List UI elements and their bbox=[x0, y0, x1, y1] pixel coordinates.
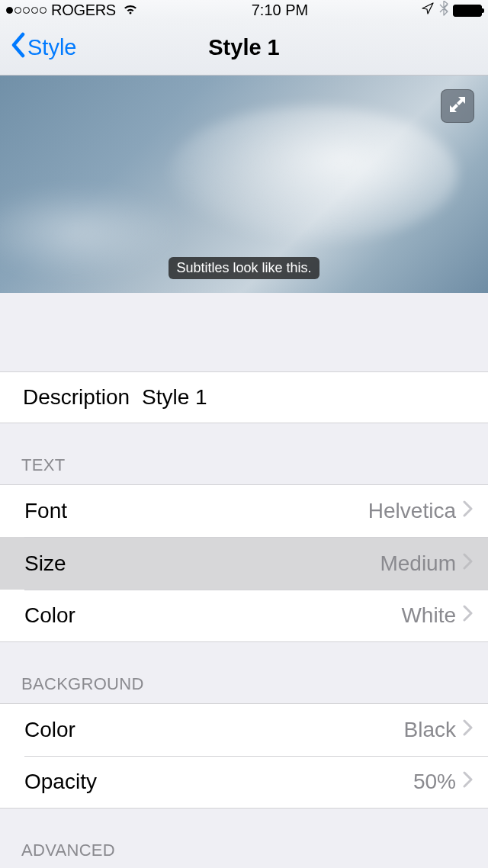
font-value: Helvetica bbox=[368, 499, 456, 523]
text-color-label: Color bbox=[24, 603, 75, 628]
description-label: Description bbox=[23, 385, 130, 410]
status-time: 7:10 PM bbox=[139, 2, 421, 19]
battery-icon bbox=[453, 5, 482, 17]
subtitle-sample: Subtitles look like this. bbox=[169, 257, 319, 279]
description-input[interactable] bbox=[142, 385, 465, 410]
chevron-right-icon bbox=[462, 551, 473, 576]
signal-strength bbox=[6, 7, 47, 14]
expand-button[interactable] bbox=[441, 89, 474, 123]
bluetooth-icon bbox=[439, 1, 448, 20]
section-header-background: BACKGROUND bbox=[0, 642, 488, 703]
description-row[interactable]: Description bbox=[0, 371, 488, 423]
navigation-bar: Style Style 1 bbox=[0, 21, 488, 76]
wifi-icon bbox=[122, 2, 139, 19]
chevron-right-icon bbox=[462, 718, 473, 742]
location-icon bbox=[421, 2, 435, 19]
carrier-label: ROGERS bbox=[51, 2, 116, 19]
chevron-left-icon bbox=[11, 32, 26, 63]
opacity-row[interactable]: Opacity 50% bbox=[0, 756, 488, 809]
font-label: Font bbox=[24, 499, 67, 523]
section-header-advanced: ADVANCED bbox=[0, 809, 488, 868]
background-color-label: Color bbox=[24, 718, 75, 742]
size-label: Size bbox=[24, 551, 66, 576]
subtitle-preview: Subtitles look like this. bbox=[0, 76, 488, 293]
page-title: Style 1 bbox=[208, 35, 280, 60]
size-row[interactable]: Size Medium bbox=[0, 537, 488, 590]
background-color-row[interactable]: Color Black bbox=[0, 703, 488, 756]
back-button[interactable]: Style bbox=[0, 32, 76, 63]
text-color-row[interactable]: Color White bbox=[0, 590, 488, 642]
spacer bbox=[0, 293, 488, 371]
expand-icon bbox=[448, 95, 467, 117]
text-color-value: White bbox=[401, 603, 456, 628]
status-bar: ROGERS 7:10 PM bbox=[0, 0, 488, 21]
font-row[interactable]: Font Helvetica bbox=[0, 484, 488, 537]
background-color-value: Black bbox=[404, 718, 456, 742]
chevron-right-icon bbox=[462, 499, 473, 523]
back-label: Style bbox=[27, 35, 76, 60]
chevron-right-icon bbox=[462, 603, 473, 628]
section-header-text: TEXT bbox=[0, 423, 488, 484]
chevron-right-icon bbox=[462, 770, 473, 794]
opacity-label: Opacity bbox=[24, 770, 97, 794]
opacity-value: 50% bbox=[413, 770, 456, 794]
size-value: Medium bbox=[380, 551, 456, 576]
